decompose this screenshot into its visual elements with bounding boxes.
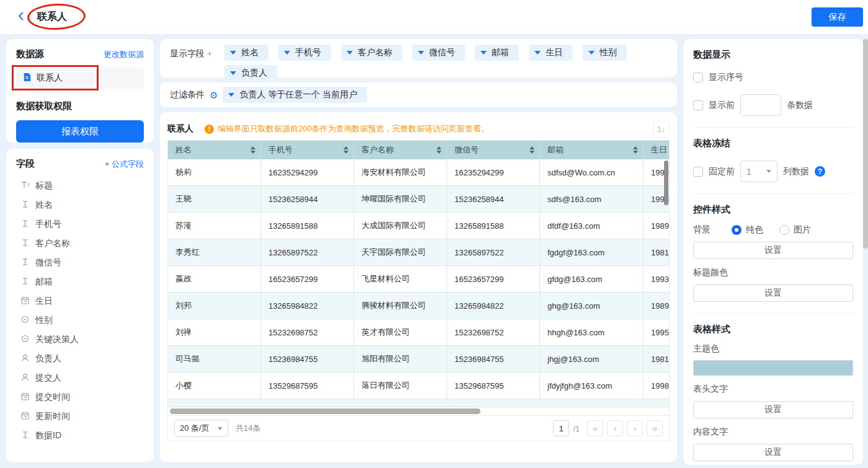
field-item-label: 生日 bbox=[35, 296, 53, 307]
page-scrollbar-thumb[interactable] bbox=[863, 39, 868, 249]
vertical-scrollbar-thumb[interactable] bbox=[664, 161, 668, 205]
field-item[interactable]: 客户名称 bbox=[16, 234, 144, 253]
column-header[interactable]: 邮箱 bbox=[540, 141, 644, 159]
column-header[interactable]: 手机号 bbox=[261, 141, 354, 159]
datasource-title: 数据源 bbox=[16, 48, 44, 60]
freeze-count-select[interactable]: 1 bbox=[740, 161, 777, 182]
field-item[interactable]: 手机号 bbox=[16, 214, 144, 234]
bg-image-radio[interactable] bbox=[779, 225, 789, 235]
field-item[interactable]: 提交人 bbox=[16, 368, 144, 387]
content-text-label: 内容文字 bbox=[693, 426, 853, 438]
save-button[interactable]: 保存 bbox=[812, 7, 863, 27]
field-item-label: 邮箱 bbox=[35, 276, 53, 288]
divider bbox=[693, 313, 853, 314]
sort-order-icon[interactable]: 1↓ bbox=[653, 121, 670, 138]
warning-icon: ! bbox=[205, 125, 214, 134]
display-field-chip[interactable]: 微信号 bbox=[412, 45, 465, 61]
field-item-label: 关键决策人 bbox=[35, 334, 79, 345]
horizontal-scrollbar-thumb[interactable] bbox=[170, 408, 480, 414]
change-datasource-link[interactable]: 更改数据源 bbox=[104, 49, 144, 60]
show-first-checkbox[interactable] bbox=[693, 100, 703, 110]
add-display-field-button[interactable]: + bbox=[207, 48, 212, 58]
display-field-chip[interactable]: 生日 bbox=[529, 45, 573, 61]
text-icon bbox=[20, 257, 30, 268]
header-text-set-button[interactable]: 设置 bbox=[693, 401, 853, 418]
sort-carets-icon[interactable] bbox=[436, 146, 441, 154]
first-page-button[interactable]: « bbox=[587, 420, 603, 436]
sort-carets-icon[interactable] bbox=[633, 146, 638, 154]
table-cell: 13265891588 bbox=[261, 213, 354, 239]
pagination-bar: 20 条/页 共14条 1 /1 « ‹ › » bbox=[168, 415, 669, 441]
bg-solid-radio[interactable] bbox=[732, 225, 742, 235]
column-header[interactable]: 微信号 bbox=[447, 141, 540, 159]
display-field-chip[interactable]: 客户名称 bbox=[341, 45, 402, 61]
date-icon bbox=[20, 411, 30, 422]
document-icon bbox=[22, 73, 32, 84]
field-item[interactable]: 更新时间 bbox=[16, 407, 144, 426]
field-item[interactable]: 姓名 bbox=[16, 195, 144, 214]
column-header[interactable]: 客户名称 bbox=[354, 141, 447, 159]
field-item[interactable]: 负责人 bbox=[16, 349, 144, 368]
title-color-label: 标题颜色 bbox=[693, 267, 853, 278]
prev-page-button[interactable]: ‹ bbox=[607, 420, 623, 436]
datasource-item[interactable]: 联系人 bbox=[16, 68, 144, 89]
chevron-down-icon bbox=[228, 93, 234, 97]
back-icon[interactable] bbox=[16, 11, 26, 24]
table-cell: 大成国际有限公司 bbox=[354, 213, 447, 239]
column-header-label: 邮箱 bbox=[547, 144, 564, 156]
table-cell: jhgj@163.com bbox=[540, 346, 644, 372]
page-size-select[interactable]: 20 条/页 bbox=[174, 420, 228, 437]
title-icon bbox=[20, 180, 30, 192]
table-cell: 13529687595 bbox=[447, 373, 540, 399]
report-permission-button[interactable]: 报表权限 bbox=[16, 120, 144, 143]
display-field-chip[interactable]: 性别 bbox=[583, 45, 627, 61]
column-header-label: 生日 bbox=[651, 144, 667, 156]
background-set-button[interactable]: 设置 bbox=[693, 242, 853, 259]
show-index-checkbox[interactable] bbox=[693, 73, 703, 82]
field-item[interactable]: 生日 bbox=[16, 291, 144, 311]
next-page-button[interactable]: › bbox=[627, 420, 643, 436]
display-field-chip[interactable]: 姓名 bbox=[224, 45, 268, 61]
sort-carets-icon[interactable] bbox=[250, 146, 255, 154]
field-item[interactable]: 性别 bbox=[16, 311, 144, 330]
table-cell: 小樱 bbox=[168, 373, 261, 399]
field-item[interactable]: 关键决策人 bbox=[16, 330, 144, 349]
permission-title: 数据获取权限 bbox=[16, 100, 144, 112]
last-page-button[interactable]: » bbox=[647, 420, 663, 436]
field-item[interactable]: 微信号 bbox=[16, 253, 144, 272]
help-icon[interactable]: ? bbox=[815, 166, 825, 177]
display-field-chip[interactable]: 手机号 bbox=[278, 45, 331, 61]
annotation-ellipse bbox=[27, 2, 86, 30]
table-cell: 王晓 bbox=[168, 186, 261, 212]
display-fields-label: 显示字段+ bbox=[170, 45, 224, 72]
theme-color-swatch[interactable] bbox=[693, 360, 853, 376]
content-text-set-button[interactable]: 设置 bbox=[693, 444, 853, 461]
field-item[interactable]: 标题 bbox=[16, 176, 144, 195]
text-icon bbox=[20, 276, 30, 288]
column-header[interactable]: 生日 bbox=[644, 141, 669, 159]
sort-carets-icon[interactable] bbox=[529, 146, 534, 154]
freeze-checkbox[interactable] bbox=[693, 167, 703, 177]
table-cell: 1993-08 bbox=[644, 266, 669, 292]
table-row: 杨莉16235294299海安材料有限公司16235294299sdfsd@Wo… bbox=[168, 159, 669, 186]
show-first-count-input[interactable] bbox=[740, 94, 781, 116]
widget-style-title: 控件样式 bbox=[693, 204, 853, 216]
display-field-chip[interactable]: 邮箱 bbox=[475, 45, 519, 61]
add-formula-field-link[interactable]: + 公式字段 bbox=[105, 159, 144, 170]
current-page-input[interactable]: 1 bbox=[553, 420, 569, 436]
filter-condition-chip[interactable]: 负责人 等于任意一个 当前用户 bbox=[223, 87, 367, 103]
title-color-set-button[interactable]: 设置 bbox=[693, 285, 853, 302]
chevron-down-icon bbox=[230, 71, 236, 75]
field-item[interactable]: 数据ID bbox=[16, 426, 144, 445]
table-row: 刘禅15232698752英才有限公司15232698752hhgh@163.c… bbox=[168, 319, 669, 346]
field-item[interactable]: 提交时间 bbox=[16, 387, 144, 407]
table-row: 司马懿15236984755旭阳有限公司15236984755jhgj@163.… bbox=[168, 346, 669, 373]
field-item[interactable]: 邮箱 bbox=[16, 272, 144, 291]
fields-card: 字段 + 公式字段 标题姓名手机号客户名称微信号邮箱生日性别关键决策人负责人提交… bbox=[6, 149, 154, 462]
preview-warning: ! 编辑界面只取数据源前200条作为查询数据预览，完整数据请访问页面查看。 bbox=[205, 123, 653, 135]
sort-carets-icon[interactable] bbox=[343, 146, 348, 154]
display-field-chip[interactable]: 负责人 bbox=[224, 65, 277, 81]
gear-icon[interactable]: ⚙︎ bbox=[210, 91, 218, 100]
column-header[interactable]: 姓名 bbox=[168, 141, 261, 159]
table-cell: 16523657299 bbox=[261, 266, 354, 292]
